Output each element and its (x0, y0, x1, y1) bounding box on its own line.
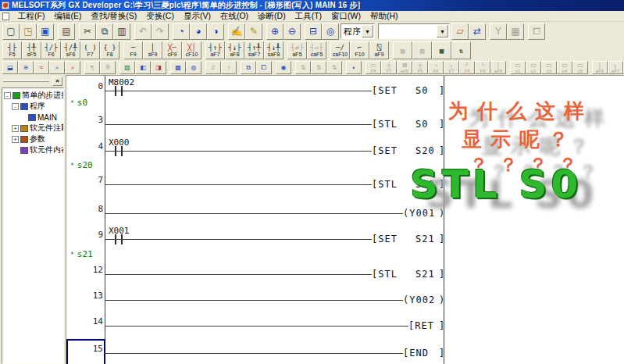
instruction-operand[interactable]: S0 (415, 119, 428, 130)
instruction-opcode[interactable]: [SET (372, 145, 398, 156)
save-project-button[interactable]: ▣ (37, 23, 54, 40)
device-replace-button[interactable]: ⌕ (65, 61, 80, 74)
sfc-symbol-button-7[interactable]: └F9 (475, 61, 490, 74)
menu-item-4[interactable]: 显示(V) (179, 11, 216, 22)
instruction-close-bracket[interactable]: ] (439, 145, 445, 156)
menu-item-2[interactable]: 查找/替换(S) (86, 11, 141, 22)
sfc-symbol-button-14[interactable]: ▭c5 (572, 61, 588, 74)
expand-icon[interactable]: + (12, 125, 19, 132)
title-bar[interactable]: MELSOFT系列 GX Developer G:\学习\三菱plc\程序\简单… (0, 0, 624, 11)
instruction-opcode[interactable]: [STL (372, 119, 398, 130)
ladder-symbol-button-4[interactable]: ( )F7 (80, 41, 100, 59)
sfc-symbol-button-6[interactable]: ┘F8 (459, 61, 475, 74)
instruction-opcode[interactable]: [STL (372, 269, 398, 280)
instruction-operand[interactable]: S21 (415, 269, 435, 280)
statement-button[interactable]: ≋ (18, 61, 34, 74)
instruction-operand[interactable]: S20 (415, 145, 435, 156)
sfc-symbol-button-12[interactable]: ▭c3 (541, 61, 557, 74)
comment-edit-button[interactable]: ▱ (451, 23, 469, 40)
zoom-text-2-button[interactable]: I (221, 61, 237, 74)
menu-item-5[interactable]: 在线(O) (216, 11, 253, 22)
sfc-symbol-button-16[interactable]: │aF5 (592, 61, 608, 74)
ladder-symbol-button-8[interactable]: │sF9 (143, 41, 162, 59)
device-select-combo[interactable]: ▼ (378, 23, 450, 39)
copy-button[interactable]: ⧉ (96, 23, 113, 40)
ladder-symbol-button-12[interactable]: ┤↑├aF7 (205, 41, 225, 59)
menu-item-9[interactable]: 帮助(H) (365, 11, 403, 22)
instruction-opcode[interactable]: [STL (372, 179, 398, 190)
menu-item-7[interactable]: 工具(T) (291, 11, 326, 22)
read-from-plc-button[interactable]: ✎ (245, 23, 262, 40)
ladder-symbol-button-26[interactable]: ▦ (432, 41, 451, 59)
ladder-symbol-button-10[interactable]: ╳│cF10 (182, 41, 201, 59)
ladder-symbol-button-0[interactable]: ┤├F5 (2, 41, 22, 59)
ladder-symbol-button-15[interactable]: ┤↓╀saF8 (264, 41, 283, 59)
expand-icon[interactable]: + (12, 136, 19, 143)
filter-grid-button[interactable]: ▦ (507, 23, 524, 40)
menu-item-0[interactable]: 工程(F) (13, 11, 49, 22)
coil-device[interactable]: (Y001 (403, 208, 435, 219)
print-button[interactable]: ▤ (58, 23, 75, 40)
sfc-block-list-button[interactable]: ▩ (170, 61, 186, 74)
close-tree-panel-button[interactable]: × (52, 77, 62, 86)
collapse-icon[interactable]: - (12, 103, 19, 110)
program-select-combo[interactable]: 程序▼ (341, 23, 375, 39)
sfc-symbol-button-3[interactable]: ┼F5 (412, 61, 428, 74)
new-window-button[interactable]: ⧠ (256, 61, 272, 74)
chevron-down-icon[interactable]: ▼ (437, 25, 448, 37)
device-find-button[interactable]: ⌕ (49, 61, 65, 74)
ladder-symbol-button-3[interactable]: ┤/╀sF6 (61, 41, 80, 59)
tile-window-button[interactable]: ⧉ (241, 61, 256, 74)
menu-item-3[interactable]: 变换(C) (141, 11, 179, 22)
instruction-opcode[interactable]: [END (403, 348, 429, 359)
tree-item-5[interactable]: 软元件内存 (2, 145, 63, 155)
device-comment-button[interactable]: ⬓ (2, 61, 18, 74)
filter-y-button[interactable]: Y (490, 23, 507, 40)
menu-item-6[interactable]: 诊断(D) (253, 11, 291, 22)
redo-button[interactable]: ↷ (152, 23, 169, 40)
ladder-symbol-button-21[interactable]: ⌐F10 (350, 41, 369, 59)
alias-display-button[interactable]: ※ (100, 61, 116, 74)
zoom-text-1-button[interactable]: Z (205, 61, 221, 74)
paste-button[interactable]: ▥ (113, 23, 130, 40)
ladder-symbol-button-17[interactable]: ┤≠├aF5 (287, 41, 307, 59)
instruction-close-bracket[interactable]: ] (439, 85, 445, 96)
chevron-down-icon[interactable]: ▼ (362, 25, 373, 37)
sfc-symbol-button-2[interactable]: ⊠aF5 (397, 61, 412, 74)
ladder-symbol-button-27[interactable]: ⇅ (451, 41, 471, 59)
sfc-symbol-button-11[interactable]: ▭c2 (526, 61, 541, 74)
sfc-symbol-button-8[interactable]: │aF9 (490, 61, 506, 74)
ladder-editor-pane[interactable]: 为什么这样 显示呢？ ？？？？ STL S0 0M8002[SETS0]3[ST… (66, 75, 624, 364)
ladder-symbol-button-22[interactable]: ⍂aF9 (369, 41, 389, 59)
monitor-stop-button[interactable]: ◕ (190, 23, 207, 40)
collapse-icon[interactable]: - (4, 92, 11, 99)
macro-button[interactable]: ◍ (186, 61, 201, 74)
tree-item-1[interactable]: -程序 (2, 101, 63, 112)
sort-2-button[interactable]: ⇅ (311, 61, 326, 74)
coil-close-paren[interactable]: ) (439, 208, 445, 219)
ladder-symbol-button-2[interactable]: ┤/├F6 (41, 41, 61, 59)
ladder-symbol-button-13[interactable]: ┤↓├aF8 (225, 41, 244, 59)
ladder-symbol-button-7[interactable]: ─F9 (123, 41, 143, 59)
coil-close-paren[interactable]: ) (439, 294, 445, 305)
ladder-symbol-button-14[interactable]: ┤↑╀saF7 (244, 41, 264, 59)
sfc-symbol-button-4[interactable]: ¬F6 (428, 61, 444, 74)
blue-square-button[interactable]: ▪ (346, 61, 362, 74)
write-to-plc-button[interactable]: ✍ (228, 23, 245, 40)
tree-item-3[interactable]: +软元件注释 (2, 123, 63, 134)
new-project-button[interactable]: ▢ (2, 23, 20, 40)
sfc-symbol-button-10[interactable]: ▭c1 (510, 61, 526, 74)
menu-item-1[interactable]: 编辑(E) (49, 11, 86, 22)
open-project-button[interactable]: ◳ (20, 23, 37, 40)
zoom-in-button[interactable]: ⊕ (266, 23, 283, 40)
instruction-close-bracket[interactable]: ] (439, 269, 445, 280)
ladder-logic-test-button[interactable]: ▨ (119, 61, 135, 74)
device-tree-button[interactable]: ⇄ (469, 23, 486, 40)
instruction-operand[interactable]: S0 (415, 85, 428, 96)
project-data-list-button[interactable]: ⊟ (305, 23, 322, 40)
comment-display-button[interactable]: ¶ (84, 61, 100, 74)
window-cascade-button[interactable]: ⧠ (528, 23, 545, 40)
write-mode-button[interactable]: ◨ (151, 61, 166, 74)
instruction-close-bracket[interactable]: ] (439, 119, 445, 130)
ladder-symbol-button-5[interactable]: { }F8 (100, 41, 119, 59)
